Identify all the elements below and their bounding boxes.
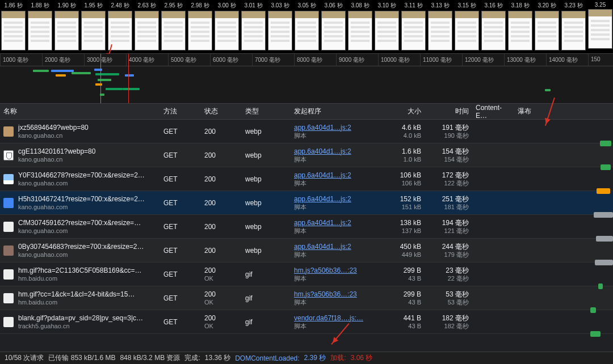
frame-time-label: 3.11 秒: [404, 0, 422, 11]
ruler-tick: 13000 毫秒: [504, 54, 546, 66]
ruler-tick: 9000 毫秒: [336, 54, 378, 66]
request-method: GET: [160, 294, 201, 302]
frame-thumbnail: [161, 11, 186, 50]
request-method: GET: [160, 223, 201, 231]
ruler-tick: 14000 毫秒: [546, 54, 588, 66]
initiator-link[interactable]: hm.js?a506b36…:23: [294, 266, 377, 274]
request-time-sub: 53 毫秒: [428, 298, 469, 306]
filmstrip-frame[interactable]: 3.03 秒: [267, 0, 293, 53]
frame-time-label: 3.23 秒: [564, 0, 582, 11]
table-row[interactable]: hm.gif?cc=1&ck=1&cl=24-bit&ds=15…hm.baid…: [0, 286, 613, 310]
col-method[interactable]: 方法: [160, 107, 201, 116]
col-time[interactable]: 时间: [425, 107, 472, 116]
initiator-link[interactable]: app.6a404d1…js:2: [294, 195, 377, 203]
table-row[interactable]: CfM307459162?resize=700:x&resize=…kano.g…: [0, 215, 613, 239]
filmstrip-frame[interactable]: 3.05 秒: [293, 0, 320, 53]
status-resources: 848 kB/3.2 MB 资源: [120, 353, 180, 363]
request-method: GET: [160, 247, 201, 255]
request-type: webp: [242, 128, 291, 136]
initiator-link[interactable]: hm.js?a506b36…:23: [294, 290, 377, 298]
request-name: H5h310467241?resize=700:x&resize=2…: [18, 195, 145, 203]
request-time: 191 毫秒: [428, 124, 469, 132]
table-row[interactable]: 0By307454683?resize=700:x&resize=2…kano.…: [0, 239, 613, 263]
filmstrip-frame[interactable]: 3.10 秒: [373, 0, 400, 53]
ruler-tick: 150: [588, 54, 613, 66]
table-header[interactable]: 名称 方法 状态 类型 发起程序 大小 时间 Content-E… 瀑布: [0, 104, 613, 120]
request-status-cell: 200OK: [201, 314, 242, 330]
filmstrip-frame[interactable]: 1.90 秒: [53, 0, 80, 53]
request-time-cell: 182 毫秒182 毫秒: [425, 314, 472, 330]
timeline-filmstrip[interactable]: 1.86 秒1.88 秒1.90 秒1.95 秒2.48 秒2.63 秒2.95…: [0, 0, 613, 54]
filmstrip-frame[interactable]: 3.06 秒: [320, 0, 347, 53]
filmstrip-frame[interactable]: 2.95 秒: [160, 0, 187, 53]
request-time-sub: 179 毫秒: [428, 251, 469, 259]
filmstrip-frame[interactable]: 3.23 秒: [560, 0, 587, 53]
request-domain: kano.guahao.cn: [18, 132, 89, 139]
frame-time-label: 3.05 秒: [297, 0, 316, 11]
table-row[interactable]: H5h310467241?resize=700:x&resize=2…kano.…: [0, 191, 613, 215]
frame-thumbnail: [54, 11, 79, 50]
table-body: jxz56894649?webp=80kano.guahao.cnGET200w…: [0, 120, 613, 334]
status-load-label: 加载:: [330, 353, 346, 363]
initiator-link[interactable]: app.6a404d1…js:2: [294, 171, 377, 179]
frame-thumbnail: [535, 11, 559, 50]
filmstrip-frame[interactable]: 3.25: [587, 0, 613, 53]
filmstrip-frame[interactable]: 1.95 秒: [80, 0, 107, 53]
filmstrip-frame[interactable]: 3.01 秒: [240, 0, 267, 53]
frame-time-label: 3.20 秒: [538, 0, 556, 11]
filmstrip-frame[interactable]: 3.15 秒: [454, 0, 480, 53]
filmstrip-frame[interactable]: 2.63 秒: [133, 0, 160, 53]
initiator-type: 脚本: [294, 227, 377, 235]
filmstrip-frame[interactable]: 3.00 秒: [213, 0, 240, 53]
filmstrip-frame[interactable]: 3.08 秒: [347, 0, 373, 53]
filmstrip-frame[interactable]: 1.86 秒: [0, 0, 27, 53]
request-time-cell: 23 毫秒22 毫秒: [425, 266, 472, 282]
request-status: 200: [204, 314, 238, 322]
col-size[interactable]: 大小: [380, 107, 425, 116]
request-status-cell: 200: [201, 128, 242, 136]
frame-time-label: 3.10 秒: [377, 0, 396, 11]
initiator-link[interactable]: app.6a404d1…js:2: [294, 147, 377, 155]
table-row[interactable]: cgE113420161?webp=80kano.guahao.cnGET200…: [0, 143, 613, 167]
request-size-sub: 449 kB: [384, 251, 421, 259]
request-status-cell: 200OK: [201, 266, 242, 282]
resource-icon: [3, 317, 14, 327]
initiator-type: 脚本: [294, 298, 377, 306]
table-row[interactable]: jxz56894649?webp=80kano.guahao.cnGET200w…: [0, 120, 613, 143]
table-row[interactable]: hm.gif?hca=2C1136C5F058B169&cc=…hm.baidu…: [0, 263, 613, 286]
request-time-sub: 122 毫秒: [428, 179, 469, 187]
filmstrip-frame[interactable]: 3.16 秒: [480, 0, 507, 53]
frame-time-label: 3.16 秒: [484, 0, 502, 11]
frame-time-label: 1.86 秒: [4, 0, 22, 11]
status-dcl-label: DOMContentLoaded:: [235, 354, 299, 362]
frame-thumbnail: [428, 11, 452, 50]
table-row[interactable]: Y0F310466278?resize=700:x&resize=2…kano.…: [0, 167, 613, 191]
col-content-encoding[interactable]: Content-E…: [472, 104, 514, 120]
frame-thumbnail: [508, 11, 532, 50]
filmstrip-frame[interactable]: 2.98 秒: [187, 0, 213, 53]
filmstrip-frame[interactable]: 3.13 秒: [427, 0, 454, 53]
request-time: 154 毫秒: [428, 147, 469, 155]
filmstrip-frame[interactable]: 3.18 秒: [507, 0, 534, 53]
filmstrip-frame[interactable]: 3.11 秒: [400, 0, 427, 53]
request-status-sub: OK: [204, 274, 238, 282]
col-waterfall[interactable]: 瀑布: [514, 107, 613, 116]
request-status-cell: 200: [201, 247, 242, 255]
status-transferred: 已传输 853 kB/1.6 MB: [48, 353, 115, 363]
timeline-overview[interactable]: 1000 毫秒2000 毫秒3000 毫秒4000 毫秒5000 毫秒6000 …: [0, 54, 613, 104]
table-row[interactable]: blank.gif?pdata=pv_sid=28|pv_seq=3|c…tra…: [0, 310, 613, 334]
initiator-link[interactable]: app.6a404d1…js:2: [294, 243, 377, 251]
col-status[interactable]: 状态: [201, 107, 242, 116]
col-initiator[interactable]: 发起程序: [291, 107, 380, 116]
col-name[interactable]: 名称: [0, 107, 160, 116]
col-type[interactable]: 类型: [242, 107, 291, 116]
initiator-link[interactable]: vendor.da67f18….js:…: [294, 314, 377, 322]
initiator-link[interactable]: app.6a404d1…js:2: [294, 124, 377, 132]
waterfall-bar: [590, 331, 601, 337]
initiator-link[interactable]: app.6a404d1…js:2: [294, 219, 377, 227]
frame-time-label: 2.63 秒: [137, 0, 156, 11]
filmstrip-frame[interactable]: 3.20 秒: [534, 0, 560, 53]
filmstrip-frame[interactable]: 1.88 秒: [27, 0, 53, 53]
request-name: Y0F310466278?resize=700:x&resize=2…: [18, 171, 145, 179]
request-status-sub: OK: [204, 298, 238, 306]
